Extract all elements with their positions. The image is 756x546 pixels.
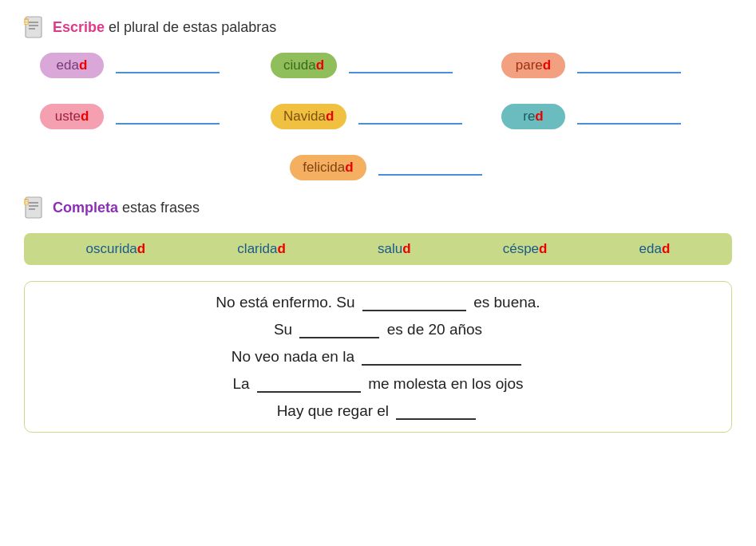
last-letter-red: d: [535, 109, 543, 125]
word-grid: edad ciudad pared usted Navidad red feli…: [24, 53, 732, 180]
answer-line-s5[interactable]: [396, 404, 476, 420]
bank-last-cesped: d: [539, 241, 547, 256]
word-pill-felicidad: felicidad: [290, 155, 366, 180]
word-pill-red: red: [501, 104, 565, 129]
word-group-red: red: [501, 104, 732, 129]
answer-line-ciudad[interactable]: [349, 57, 453, 73]
answer-line-s1[interactable]: [362, 295, 466, 311]
bank-last-oscuridad: d: [137, 241, 145, 256]
sentence-5: Hay que regar el: [49, 402, 707, 420]
last-letter-navidad: d: [326, 109, 334, 125]
bank-word-cesped: césped: [503, 241, 548, 257]
answer-line-red[interactable]: [577, 109, 681, 125]
word-pill-usted: usted: [40, 104, 104, 129]
last-letter-edad: d: [79, 57, 87, 73]
word-group-navidad: Navidad: [271, 104, 501, 129]
word-pill-ciudad: ciudad: [271, 53, 337, 78]
last-letter-ciudad: d: [316, 57, 324, 73]
bank-word-claridad: claridad: [237, 241, 285, 257]
last-letter-usted: d: [81, 109, 89, 125]
section2-header: Completa estas frases: [24, 196, 732, 219]
section1-header: Escribe el plural de estas palabras: [24, 16, 732, 38]
bank-last-salud: d: [402, 241, 410, 256]
section1-title: Escribe el plural de estas palabras: [53, 19, 276, 36]
answer-line-felicidad[interactable]: [378, 160, 482, 176]
section2-keyword: Completa: [53, 200, 118, 216]
word-row-2: usted Navidad red: [40, 104, 732, 129]
word-row-1: edad ciudad pared: [40, 53, 732, 78]
document-icon: [24, 16, 46, 38]
word-row-3: felicidad: [40, 155, 732, 180]
section2-title: Completa estas frases: [53, 200, 200, 216]
word-group-ciudad: ciudad: [271, 53, 501, 78]
answer-line-usted[interactable]: [116, 109, 220, 125]
bank-word-salud: salud: [378, 241, 411, 257]
answer-line-s3[interactable]: [362, 350, 521, 366]
word-bank: oscuridad claridad salud césped edad: [24, 233, 732, 265]
sentence-2: Su es de 20 años: [49, 321, 707, 338]
sentences-box: No está enfermo. Su es buena. Su es de 2…: [24, 281, 732, 433]
answer-line-pared[interactable]: [577, 57, 681, 73]
section1-keyword: Escribe: [53, 19, 105, 35]
last-letter-felicidad: d: [345, 160, 353, 176]
word-pill-navidad: Navidad: [271, 104, 346, 129]
answer-line-edad[interactable]: [116, 57, 220, 73]
word-group-usted: usted: [40, 104, 271, 129]
bank-word-oscuridad: oscuridad: [86, 241, 146, 257]
bank-last-edad2: d: [662, 241, 670, 256]
last-letter-pared: d: [543, 57, 551, 73]
word-pill-pared: pared: [501, 53, 565, 78]
answer-line-navidad[interactable]: [358, 109, 462, 125]
answer-line-s4[interactable]: [257, 377, 361, 393]
word-pill-edad: edad: [40, 53, 104, 78]
answer-line-s2[interactable]: [299, 322, 379, 338]
word-group-edad: edad: [40, 53, 271, 78]
bank-last-claridad: d: [277, 241, 285, 256]
sentence-3: No veo nada en la: [49, 348, 707, 366]
sentence-4: La me molesta en los ojos: [49, 375, 707, 393]
document-icon-2: [24, 196, 46, 219]
section2: Completa estas frases oscuridad claridad…: [24, 196, 732, 433]
word-group-pared: pared: [501, 53, 732, 78]
word-group-felicidad: felicidad: [290, 155, 481, 180]
bank-word-edad2: edad: [639, 241, 671, 257]
sentence-1: No está enfermo. Su es buena.: [49, 294, 707, 311]
